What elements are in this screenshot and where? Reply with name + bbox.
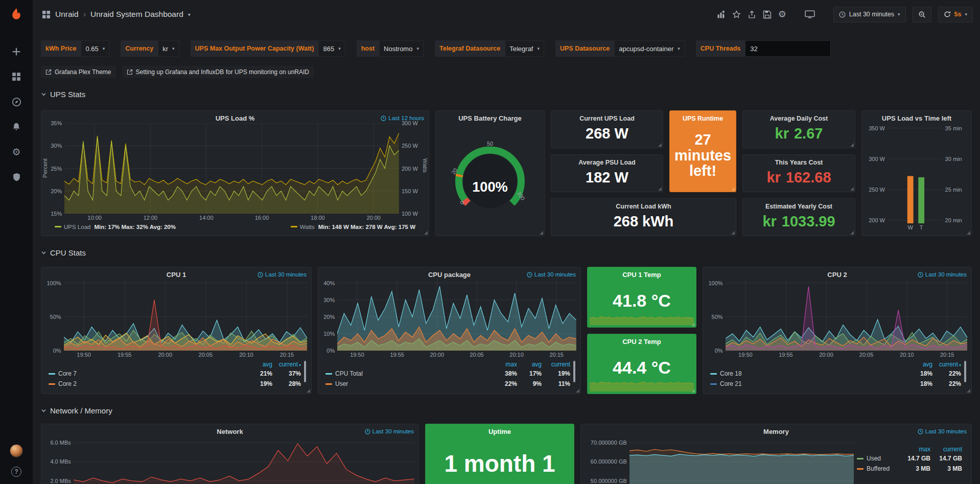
panel-title[interactable]: Average PSU Load [555, 157, 659, 167]
section-ups-stats[interactable]: UPS Stats [41, 88, 972, 100]
panel-title[interactable]: This Years Cost [747, 157, 851, 167]
time-picker[interactable]: Last 30 minutes ▾ [833, 7, 906, 22]
series-toggle[interactable]: Core 2 [49, 380, 244, 387]
section-cpu-stats[interactable]: CPU Stats [41, 246, 972, 259]
panel-title[interactable]: UPS Battery Charge [440, 113, 540, 123]
series-toggle[interactable]: Buffered [857, 465, 899, 472]
legend-header-current[interactable]: current▾ [932, 361, 961, 368]
section-network-memory[interactable]: Network / Memory [41, 404, 972, 417]
series-toggle[interactable]: Core 21 [710, 380, 904, 387]
ups-load-chart[interactable]: 15%20%25%30%35%100 W150 W200 W250 W300 W… [50, 123, 421, 222]
star-button[interactable] [732, 10, 741, 19]
memory-chart[interactable]: 50.000000 GB60.000000 GB70.000000 GB [585, 436, 854, 484]
network-chart[interactable]: 2.0 MBs4.0 MBs6.0 MBs [45, 436, 414, 484]
cpu-threads-input[interactable] [745, 40, 831, 57]
time-range-badge[interactable]: Last 30 minutes [258, 271, 307, 278]
sidebar-item-dashboards[interactable] [11, 71, 22, 82]
clock-icon [381, 116, 386, 121]
legend-header-max[interactable]: max [491, 361, 517, 368]
help-icon[interactable]: ? [11, 467, 21, 477]
tv-mode-button[interactable] [805, 10, 815, 18]
series-toggle[interactable]: User [325, 380, 491, 387]
plot-area[interactable] [337, 280, 576, 351]
cpu1-chart[interactable]: 0%50%100%19:5019:5520:0020:0520:1020:15 [45, 280, 307, 359]
legend-scrollbar[interactable] [964, 361, 966, 382]
sidebar-item-explore[interactable] [11, 96, 22, 107]
panel-title[interactable]: UPS Runtime [674, 113, 732, 123]
variable-value-dropdown[interactable]: apcupsd-container▾ [614, 40, 685, 57]
plot-area[interactable] [64, 123, 399, 214]
section-title: UPS Stats [50, 90, 85, 99]
panel-title[interactable]: CPU 2 Temp [592, 336, 692, 347]
panel-title[interactable]: Average Daily Cost [747, 113, 851, 123]
variable-value-dropdown[interactable]: kr▾ [158, 40, 179, 57]
plot-area[interactable] [590, 375, 694, 391]
variable-value-dropdown[interactable]: 0.65▾ [81, 40, 109, 57]
time-range-badge[interactable]: Last 12 hours [381, 115, 424, 121]
plot-area[interactable] [726, 280, 967, 351]
series-toggle[interactable]: Core 7 [49, 370, 244, 377]
time-range-badge[interactable]: Last 30 minutes [527, 271, 576, 278]
panel-title[interactable]: Current UPS Load [555, 113, 659, 123]
time-range-badge[interactable]: Last 30 minutes [918, 271, 967, 278]
variable-value-dropdown[interactable]: Telegraf▾ [505, 40, 544, 57]
panel-title[interactable]: UPS Load % [50, 113, 421, 123]
legend-header-current[interactable]: current [930, 446, 962, 453]
panel-title[interactable]: UPS Load vs Time left [866, 113, 967, 123]
panel-title[interactable]: Network [45, 426, 414, 436]
plot-area[interactable] [74, 436, 414, 484]
zoom-out-button[interactable] [913, 7, 931, 22]
plot-area[interactable] [888, 123, 943, 223]
gear-icon: ⚙ [12, 146, 20, 158]
ups-bars-chart[interactable]: 200 W250 W300 W350 W20 min25 min30 min35… [866, 123, 967, 232]
variable-value-dropdown[interactable]: 865▾ [318, 40, 345, 57]
legend-header-current[interactable]: current▾ [272, 361, 301, 368]
cpu2-chart[interactable]: 0%50%100%19:5019:5520:0020:0520:1020:15 [707, 280, 967, 359]
x-tick: 18:00 [311, 215, 325, 221]
plot-area[interactable] [64, 280, 307, 351]
grafana-flame-icon [9, 7, 24, 22]
panel-title[interactable]: Estimated Yearly Cost [747, 201, 851, 211]
chart-canvas [590, 375, 694, 391]
add-panel-button[interactable] [717, 10, 726, 19]
grafana-logo[interactable] [8, 6, 25, 24]
cpu-package-chart[interactable]: 0%10%20%30%40%19:5019:5520:0020:0520:102… [322, 280, 576, 359]
sidebar-item-admin[interactable] [11, 171, 22, 182]
panel-title[interactable]: Current Load kWh [555, 201, 732, 211]
series-toggle[interactable]: Core 18 [710, 370, 904, 377]
series-toggle[interactable]: CPU Total [325, 370, 491, 377]
legend-scrollbar[interactable] [304, 361, 306, 382]
legend-header-avg[interactable]: avg [517, 361, 542, 368]
legend-header-current[interactable]: current [542, 361, 570, 368]
legend-item-ups-load[interactable]: UPS LoadMin: 17% Max: 32% Avg: 20% [55, 224, 176, 230]
plot-area[interactable] [590, 309, 694, 325]
share-button[interactable] [748, 10, 756, 19]
dashboard-settings-button[interactable]: ⚙ [778, 10, 786, 19]
breadcrumb-app[interactable]: Unraid [55, 10, 79, 19]
save-button[interactable] [763, 10, 772, 19]
link-grafana-plex-theme[interactable]: Grafana Plex Theme [41, 66, 116, 78]
sidebar-item-alerting[interactable] [11, 121, 22, 132]
link-ups-monitoring-guide[interactable]: Setting up Grafana and InfluxDB for UPS … [122, 66, 314, 78]
panel-title[interactable]: CPU 1 Temp [592, 269, 692, 280]
breadcrumb-title[interactable]: Unraid System Dashboard [90, 10, 183, 19]
variable-value-dropdown[interactable]: Nostromo▾ [379, 40, 424, 57]
refresh-picker[interactable]: 5s ▾ [938, 7, 973, 22]
sidebar-item-configuration[interactable]: ⚙ [11, 146, 22, 157]
legend-scrollbar[interactable] [573, 361, 575, 382]
legend-header-avg[interactable]: avg [244, 361, 272, 368]
plot-area[interactable] [629, 436, 854, 484]
legend-header-avg[interactable]: avg [904, 361, 932, 368]
panel-title[interactable]: Uptime [430, 426, 570, 436]
legend-header-max[interactable]: max [899, 446, 930, 453]
navbar: Unraid › Unraid System Dashboard ▾ ⚙ [33, 0, 980, 29]
title-caret-icon[interactable]: ▾ [188, 12, 191, 17]
row-cpu: CPU 1 Last 30 minutes 0%50%100%19:5019:5… [41, 267, 972, 394]
sidebar-item-create[interactable] [11, 46, 22, 57]
time-range-badge[interactable]: Last 30 minutes [365, 428, 414, 434]
user-avatar[interactable] [10, 444, 23, 457]
panel-title[interactable]: Memory [585, 426, 967, 436]
legend-item-watts[interactable]: WattsMin: 148 W Max: 278 W Avg: 175 W [291, 224, 415, 230]
time-range-badge[interactable]: Last 30 minutes [918, 428, 967, 434]
series-toggle[interactable]: Used [857, 455, 899, 462]
